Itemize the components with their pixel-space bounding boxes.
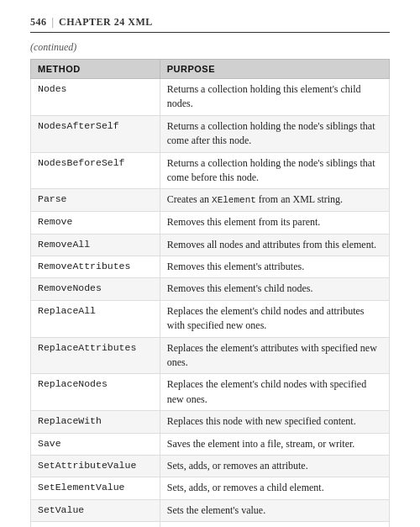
method-cell: ReplaceAttributes bbox=[31, 337, 160, 374]
table-row: NodesReturns a collection holding this e… bbox=[31, 79, 390, 116]
table-row: ReplaceAllReplaces the element's child n… bbox=[31, 300, 390, 337]
table-row: RemoveAttributesRemoves this element's a… bbox=[31, 256, 390, 278]
table-row: NodesAfterSelfReturns a collection holdi… bbox=[31, 115, 390, 152]
method-cell: RemoveAll bbox=[31, 234, 160, 256]
table-row: SetAttributeValueSets, adds, or removes … bbox=[31, 455, 390, 477]
method-cell: Parse bbox=[31, 189, 160, 212]
table-row: ParseCreates an XElement from an XML str… bbox=[31, 189, 390, 212]
table-row: SetElementValueSets, adds, or removes a … bbox=[31, 477, 390, 499]
method-cell: RemoveNodes bbox=[31, 278, 160, 300]
purpose-cell: Returns a collection holding the node's … bbox=[160, 152, 389, 189]
method-cell: Nodes bbox=[31, 79, 160, 116]
table-row: RemoveNodesRemoves this element's child … bbox=[31, 278, 390, 300]
method-cell: ReplaceAll bbox=[31, 300, 160, 337]
table-row: ReplaceAttributesReplaces the element's … bbox=[31, 337, 390, 374]
col-purpose: PURPOSE bbox=[160, 60, 389, 79]
purpose-cell: Saves the element into a file, stream, o… bbox=[160, 433, 389, 455]
method-cell: ReplaceNodes bbox=[31, 374, 160, 411]
purpose-cell: Creates an XElement from an XML string. bbox=[160, 189, 389, 212]
purpose-cell: Returns a collection holding the node's … bbox=[160, 115, 389, 152]
method-cell: SetAttributeValue bbox=[31, 455, 160, 477]
purpose-cell: Replaces this node with new specified co… bbox=[160, 411, 389, 433]
page: 546 | CHAPTER 24 XML (continued) METHOD … bbox=[0, 0, 420, 527]
purpose-cell: Removes this element's child nodes. bbox=[160, 278, 389, 300]
method-cell: RemoveAttributes bbox=[31, 256, 160, 278]
page-number: 546 bbox=[30, 16, 47, 29]
table-row: ReplaceWithReplaces this node with new s… bbox=[31, 411, 390, 433]
method-cell: Remove bbox=[31, 212, 160, 234]
table-row: ToStringReturns the element's indented X… bbox=[31, 522, 390, 527]
purpose-cell: Removes this element's attributes. bbox=[160, 256, 389, 278]
table-row: NodesBeforeSelfReturns a collection hold… bbox=[31, 152, 390, 189]
method-cell: NodesAfterSelf bbox=[31, 115, 160, 152]
purpose-cell: Removes this element from its parent. bbox=[160, 212, 389, 234]
continued-label: (continued) bbox=[30, 41, 390, 54]
method-cell: SetValue bbox=[31, 499, 160, 521]
method-cell: ReplaceWith bbox=[31, 411, 160, 433]
table-row: RemoveAllRemoves all nodes and attribute… bbox=[31, 234, 390, 256]
purpose-cell: Sets, adds, or removes a child element. bbox=[160, 477, 389, 499]
header-divider: | bbox=[52, 15, 55, 29]
purpose-cell: Removes all nodes and attributes from th… bbox=[160, 234, 389, 256]
method-cell: SetElementValue bbox=[31, 477, 160, 499]
chapter-title: CHAPTER 24 XML bbox=[59, 16, 153, 29]
table-row: SaveSaves the element into a file, strea… bbox=[31, 433, 390, 455]
purpose-cell: Sets, adds, or removes an attribute. bbox=[160, 455, 389, 477]
table-header-row: METHOD PURPOSE bbox=[31, 60, 390, 79]
method-cell: Save bbox=[31, 433, 160, 455]
method-cell: ToString bbox=[31, 522, 160, 527]
method-cell: NodesBeforeSelf bbox=[31, 152, 160, 189]
table-row: ReplaceNodesReplaces the element's child… bbox=[31, 374, 390, 411]
col-method: METHOD bbox=[31, 60, 160, 79]
purpose-cell: Sets the element's value. bbox=[160, 499, 389, 521]
purpose-cell: Replaces the element's child nodes and a… bbox=[160, 300, 389, 337]
table-row: RemoveRemoves this element from its pare… bbox=[31, 212, 390, 234]
purpose-cell: Returns a collection holding this elemen… bbox=[160, 79, 389, 116]
purpose-cell: Replaces the element's child nodes with … bbox=[160, 374, 389, 411]
purpose-cell: Returns the element's indented XML code. bbox=[160, 522, 389, 527]
page-header: 546 | CHAPTER 24 XML bbox=[30, 15, 390, 33]
table-row: SetValueSets the element's value. bbox=[31, 499, 390, 521]
methods-table: METHOD PURPOSE NodesReturns a collection… bbox=[30, 59, 390, 527]
purpose-cell: Replaces the element's attributes with s… bbox=[160, 337, 389, 374]
